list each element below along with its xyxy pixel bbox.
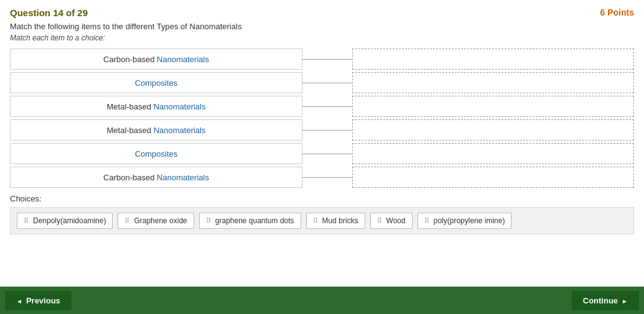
right-drop-2[interactable] (352, 72, 634, 93)
choice-label-4: Mud bricks (322, 216, 358, 225)
choice-label-5: Wood (386, 216, 406, 225)
instruction-sub: Match each item to a choice: (10, 34, 634, 42)
choice-label-2: Graphene oxide (134, 216, 187, 225)
left-item-4: Metal-based Nanomaterials (10, 119, 302, 141)
previous-label: Previous (26, 296, 60, 305)
left-item-3: Metal-based Nanomaterials (10, 96, 302, 117)
right-drop-6[interactable] (352, 167, 634, 188)
left-item-2: Composites (10, 72, 302, 93)
previous-arrow-icon (16, 296, 22, 305)
matching-area: Carbon-based Nanomaterials Composites Me… (10, 48, 634, 188)
question-title: Question 14 of 29 (10, 7, 88, 18)
previous-button[interactable]: Previous (5, 291, 72, 310)
choice-chip-1[interactable]: ⠿ Denpoly(amidoamine) (17, 213, 113, 229)
choice-chip-4[interactable]: ⠿ Mud bricks (306, 213, 365, 229)
points-label: 6 Points (600, 7, 634, 17)
choices-box: ⠿ Denpoly(amidoamine) ⠿ Graphene oxide ⠿… (10, 207, 634, 234)
drag-handle-3: ⠿ (206, 217, 212, 225)
choice-chip-6[interactable]: ⠿ poly(propylene imine) (418, 213, 512, 229)
choice-label-1: Denpoly(amidoamine) (33, 216, 106, 225)
drag-handle-4: ⠿ (313, 217, 319, 225)
drag-handle-2: ⠿ (124, 217, 130, 225)
connector-column (302, 48, 352, 188)
instruction-main: Match the following items to the differe… (10, 22, 634, 31)
choice-label-6: poly(propylene imine) (434, 216, 505, 225)
connector-2 (302, 72, 352, 93)
right-drop-4[interactable] (352, 119, 634, 141)
connector-1 (302, 48, 352, 70)
choice-chip-3[interactable]: ⠿ graphene quantum dots (199, 213, 301, 229)
right-drop-3[interactable] (352, 96, 634, 117)
continue-button[interactable]: Continue (572, 291, 639, 310)
right-drop-1[interactable] (352, 48, 634, 70)
footer-bar: Previous Continue (0, 287, 644, 314)
continue-arrow-icon (622, 296, 628, 305)
choice-label-3: graphene quantum dots (215, 216, 294, 225)
left-column: Carbon-based Nanomaterials Composites Me… (10, 48, 302, 188)
right-drop-5[interactable] (352, 143, 634, 164)
right-column (352, 48, 634, 188)
choices-label: Choices: (10, 194, 634, 203)
choice-chip-5[interactable]: ⠿ Wood (370, 213, 413, 229)
connector-3 (302, 96, 352, 117)
choices-section: Choices: ⠿ Denpoly(amidoamine) ⠿ Graphen… (10, 194, 634, 234)
drag-handle-6: ⠿ (424, 217, 430, 225)
connector-5 (302, 143, 352, 164)
left-item-1: Carbon-based Nanomaterials (10, 48, 302, 70)
left-item-6: Carbon-based Nanomaterials (10, 167, 302, 188)
choice-chip-2[interactable]: ⠿ Graphene oxide (118, 213, 194, 229)
drag-handle-5: ⠿ (377, 217, 383, 225)
left-item-5: Composites (10, 143, 302, 164)
drag-handle-1: ⠿ (24, 217, 29, 225)
connector-4 (302, 119, 352, 141)
continue-label: Continue (583, 296, 618, 305)
connector-6 (302, 167, 352, 188)
